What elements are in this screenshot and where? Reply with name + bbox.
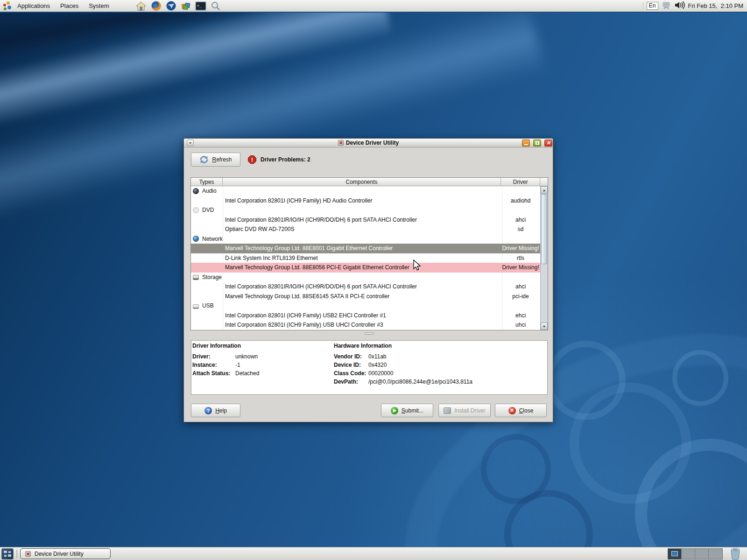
bottom-taskbar: Device Driver Utility bbox=[0, 547, 747, 560]
table-row[interactable]: Optiarc DVD RW AD-7200Ssd bbox=[191, 224, 540, 234]
table-row[interactable]: Intel Corporation 82801I (ICH9 Family) U… bbox=[191, 320, 540, 330]
driver-value: uhci bbox=[501, 322, 540, 328]
firefox-icon[interactable] bbox=[150, 0, 162, 12]
dvd-icon bbox=[193, 207, 199, 213]
category-row[interactable]: Storage bbox=[191, 273, 540, 282]
device-tree-table: Types Components Driver AudioIntel Corpo… bbox=[190, 177, 548, 330]
submit-icon bbox=[391, 407, 398, 414]
taskbar-window-button[interactable]: Device Driver Utility bbox=[20, 548, 111, 559]
refresh-icon bbox=[199, 155, 209, 164]
scrollbar-thumb[interactable] bbox=[541, 194, 547, 264]
component-name: Intel Corporation 82801I (ICH9 Family) U… bbox=[225, 312, 501, 319]
wallpaper-ring bbox=[672, 350, 728, 406]
trash-icon[interactable] bbox=[728, 548, 742, 560]
table-header: Types Components Driver bbox=[191, 178, 548, 186]
column-header-driver[interactable]: Driver bbox=[501, 178, 540, 186]
vertical-scrollbar[interactable]: ▲ ▼ bbox=[540, 186, 548, 330]
svg-text:>_: >_ bbox=[197, 4, 202, 8]
keyboard-layout-indicator[interactable]: En bbox=[647, 2, 658, 10]
warning-stop-icon: ! bbox=[248, 155, 256, 164]
top-panel: Applications Places System >_ En Fri Feb… bbox=[0, 0, 747, 13]
menu-applications[interactable]: Applications bbox=[12, 0, 55, 12]
usb-icon bbox=[193, 304, 199, 309]
driver-value: ehci bbox=[501, 312, 540, 319]
terminal-icon[interactable]: >_ bbox=[195, 0, 206, 12]
search-icon[interactable] bbox=[210, 0, 221, 12]
table-row[interactable]: Intel Corporation 82801I (ICH9 Family) U… bbox=[191, 311, 540, 321]
table-row[interactable]: Intel Corporation 82801IR/IO/IH (ICH9R/D… bbox=[191, 282, 540, 292]
home-folder-icon[interactable] bbox=[135, 0, 147, 12]
table-row[interactable]: Intel Corporation 82801I (ICH9 Family) H… bbox=[191, 196, 540, 206]
distro-menu-icon[interactable] bbox=[3, 1, 12, 11]
category-row[interactable]: USB bbox=[191, 301, 540, 311]
window-title: Device Driver Utility bbox=[346, 140, 399, 146]
workspace-cell-3[interactable] bbox=[695, 549, 709, 559]
scroll-down-button[interactable]: ▼ bbox=[541, 322, 548, 330]
table-row[interactable]: Marvell Technology Group Ltd. 88SE6145 S… bbox=[191, 292, 540, 301]
maximize-button[interactable] bbox=[533, 140, 541, 147]
install-driver-icon bbox=[444, 407, 451, 414]
info-field-label: DevPath: bbox=[334, 378, 358, 385]
submit-button[interactable]: Submit... bbox=[381, 404, 433, 417]
network-status-icon[interactable] bbox=[661, 1, 671, 11]
category-row[interactable]: Audio bbox=[191, 186, 540, 196]
wallpaper-ring bbox=[481, 434, 551, 504]
help-button[interactable]: ? Help bbox=[191, 404, 240, 417]
info-field-label: Attach Status: bbox=[192, 370, 230, 377]
column-header-components[interactable]: Components bbox=[223, 178, 501, 186]
refresh-button[interactable]: Refresh bbox=[191, 153, 240, 167]
audio-icon bbox=[193, 188, 199, 194]
table-row[interactable]: Marvell Technology Group Ltd. 88E8056 PC… bbox=[191, 263, 540, 273]
component-name: D-Link System Inc RTL8139 Ethernet bbox=[225, 255, 501, 261]
close-window-button[interactable]: ✕ bbox=[544, 140, 552, 147]
menu-system[interactable]: System bbox=[84, 0, 114, 12]
splitter-handle[interactable] bbox=[365, 332, 374, 335]
table-row[interactable]: D-Link System Inc RTL8139 Ethernetrtls bbox=[191, 253, 540, 263]
workspace-cell-2[interactable] bbox=[682, 549, 695, 559]
scrollbar-track[interactable] bbox=[541, 194, 548, 322]
info-field: Vendor ID:0x11ab bbox=[334, 353, 362, 360]
info-field-value: Detached bbox=[235, 370, 259, 377]
driver-value: ahci bbox=[501, 217, 540, 223]
volume-icon[interactable] bbox=[674, 0, 685, 12]
wallpaper-streak bbox=[0, 0, 393, 140]
minimize-button[interactable] bbox=[522, 140, 530, 147]
wallpaper-ring bbox=[546, 341, 626, 420]
thunderbird-icon[interactable] bbox=[165, 0, 176, 12]
window-titlebar[interactable]: ▼ Device Driver Utility ✕ bbox=[184, 139, 553, 147]
info-field: DevPath:/pci@0,0/pci8086,244e@1e/pci1043… bbox=[334, 378, 358, 385]
info-field-value: 00020000 bbox=[368, 370, 393, 377]
scroll-up-button[interactable]: ▲ bbox=[541, 186, 548, 194]
component-name: Intel Corporation 82801I (ICH9 Family) H… bbox=[225, 197, 501, 204]
install-driver-button[interactable]: Install Driver bbox=[438, 404, 491, 417]
window-menu-button[interactable]: ▼ bbox=[187, 140, 194, 146]
component-name: Marvell Technology Group Ltd. 88SE6145 S… bbox=[225, 293, 501, 300]
taskbar-separator bbox=[16, 550, 17, 558]
info-panel: Driver Information Hardware Information … bbox=[191, 340, 548, 395]
table-row[interactable]: Marvell Technology Group Ltd. 88E8001 Gi… bbox=[191, 244, 540, 253]
storage-icon bbox=[193, 275, 199, 280]
driver-problems-status: ! Driver Problems: 2 bbox=[248, 155, 310, 164]
workspace-cell-4[interactable] bbox=[709, 549, 722, 559]
table-row[interactable]: Intel Corporation 82801IR/IO/IH (ICH9R/D… bbox=[191, 215, 540, 225]
menu-places[interactable]: Places bbox=[55, 0, 84, 12]
package-manager-icon[interactable] bbox=[180, 0, 191, 12]
component-name: Intel Corporation 82801IR/IO/IH (ICH9R/D… bbox=[225, 283, 501, 290]
info-field-label: Driver: bbox=[192, 353, 211, 360]
info-field: Driver:unknown bbox=[192, 353, 211, 360]
pane-splitter[interactable] bbox=[190, 332, 548, 335]
info-field-label: Device ID: bbox=[334, 362, 361, 368]
close-button[interactable]: ✕ Close bbox=[495, 404, 547, 417]
category-row[interactable]: Network bbox=[191, 234, 540, 244]
clock[interactable]: Fri Feb 15, 2:10 PM bbox=[688, 2, 744, 9]
component-name: Marvell Technology Group Ltd. 88E8001 Gi… bbox=[225, 245, 501, 252]
window-icon bbox=[338, 140, 344, 146]
category-row[interactable]: DVD bbox=[191, 205, 540, 215]
network-icon bbox=[193, 236, 199, 242]
show-desktop-button[interactable] bbox=[1, 548, 14, 560]
help-icon: ? bbox=[204, 407, 212, 414]
workspace-cell-1[interactable] bbox=[668, 549, 682, 559]
column-header-types[interactable]: Types bbox=[191, 178, 223, 186]
info-field-value: -1 bbox=[235, 362, 240, 368]
info-field-value: 0x11ab bbox=[368, 353, 386, 360]
